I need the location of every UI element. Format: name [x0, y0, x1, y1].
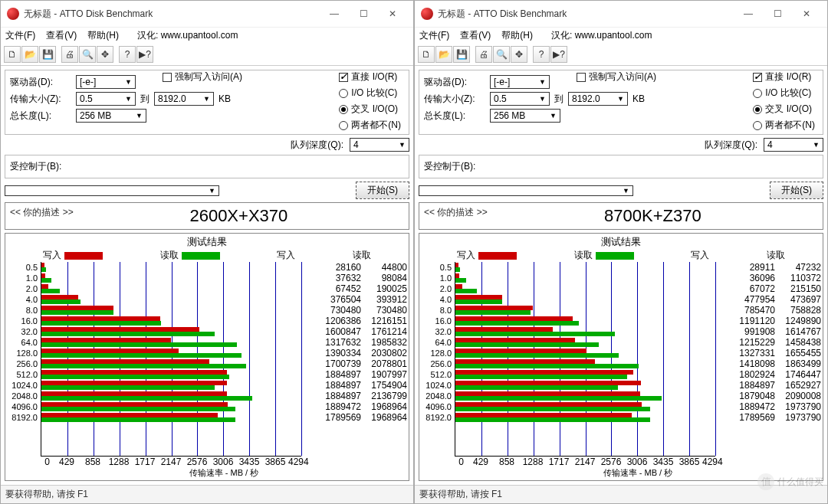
bar-row — [455, 273, 715, 283]
help-icon[interactable]: ? — [119, 46, 136, 63]
preview-icon[interactable]: 🔍 — [493, 46, 510, 63]
y-label: 16.0 — [7, 316, 38, 326]
results-title: 测试结果 — [7, 235, 407, 249]
move-icon[interactable]: ✥ — [97, 46, 113, 63]
minimize-button[interactable]: — — [734, 5, 763, 22]
menu-view[interactable]: 查看(V) — [46, 29, 77, 42]
y-label: 2.0 — [421, 283, 452, 294]
read-bar — [455, 375, 627, 379]
menu-localization: 汉化: www.upantool.com — [137, 29, 238, 42]
force-write-checkbox[interactable]: 强制写入访问(A) — [163, 70, 242, 83]
maximize-button[interactable]: ☐ — [349, 5, 378, 22]
neither-radio[interactable]: 两者都不(N) — [753, 119, 815, 132]
description-box[interactable]: << 你的描述 >> 2600X+X370 — [5, 202, 409, 230]
bar-row — [455, 283, 715, 294]
read-bar — [455, 321, 579, 326]
legend-read: 读取 — [574, 249, 634, 262]
neither-radio[interactable]: 两者都不(N) — [339, 119, 401, 132]
menu-file[interactable]: 文件(F) — [419, 29, 449, 42]
window-title: 无标题 - ATTO Disk Benchmark — [438, 8, 734, 21]
controlled-label: 受控制于(B): — [424, 160, 475, 173]
read-bar — [455, 278, 466, 283]
menu-help[interactable]: 帮助(H) — [501, 29, 533, 42]
open-icon[interactable]: 📂 — [21, 46, 38, 63]
overlapped-io-radio[interactable]: 交叉 I/O(O) — [753, 103, 815, 116]
menubar: 文件(F) 查看(V) 帮助(H) 汉化: www.upantool.com — [415, 28, 827, 44]
open-icon[interactable]: 📂 — [435, 46, 452, 63]
read-bar — [41, 342, 237, 347]
io-compare-radio[interactable]: I/O 比较(C) — [339, 87, 401, 100]
close-button[interactable]: ✕ — [378, 5, 407, 22]
legend-read: 读取 — [160, 249, 220, 262]
y-label: 32.0 — [421, 326, 452, 337]
col-read: 读取 — [767, 249, 785, 262]
app-window: 无标题 - ATTO Disk Benchmark — ☐ ✕ 文件(F) 查看… — [0, 0, 414, 504]
save-icon[interactable]: 💾 — [39, 46, 56, 63]
queue-select[interactable]: 4▼ — [350, 138, 409, 152]
controlled-select[interactable]: ▼ — [419, 185, 633, 196]
value-row: 18790482090008 — [720, 391, 821, 401]
start-button[interactable]: 开始(S) — [356, 182, 409, 199]
xfer-from-select[interactable]: 0.5▼ — [490, 92, 550, 106]
close-button[interactable]: ✕ — [792, 5, 821, 22]
bar-row — [41, 401, 301, 412]
value-row: 12152291458438 — [720, 337, 821, 348]
value-row: 18848972136799 — [306, 391, 407, 401]
description-box[interactable]: << 你的描述 >> 8700K+Z370 — [419, 202, 823, 230]
queue-select[interactable]: 4▼ — [764, 138, 823, 152]
io-compare-radio[interactable]: I/O 比较(C) — [753, 87, 815, 100]
bar-row — [455, 401, 715, 412]
menu-help[interactable]: 帮助(H) — [87, 29, 119, 42]
start-button[interactable]: 开始(S) — [770, 182, 823, 199]
read-bar — [41, 332, 215, 336]
print-icon[interactable]: 🖨 — [475, 46, 492, 63]
help-icon[interactable]: ? — [533, 46, 550, 63]
move-icon[interactable]: ✥ — [511, 46, 527, 63]
results-title: 测试结果 — [421, 235, 821, 249]
read-bar — [455, 310, 531, 315]
bar-row — [41, 283, 301, 294]
read-bar — [41, 364, 246, 368]
watermark: 值 什么值得买 — [757, 473, 823, 490]
value-row: 67452190025 — [306, 283, 407, 294]
controlled-select[interactable]: ▼ — [5, 185, 219, 196]
preview-icon[interactable]: 🔍 — [79, 46, 96, 63]
save-icon[interactable]: 💾 — [453, 46, 470, 63]
direct-io-checkbox[interactable]: 直接 I/O(R) — [753, 70, 815, 83]
bar-row — [455, 305, 715, 316]
drive-select[interactable]: [-e-]▼ — [76, 75, 136, 89]
overlapped-io-radio[interactable]: 交叉 I/O(O) — [339, 103, 401, 116]
xfer-from-select[interactable]: 0.5▼ — [76, 92, 136, 106]
new-icon[interactable]: 🗋 — [418, 46, 435, 63]
len-label: 总长度(L): — [424, 110, 485, 123]
y-label: 8.0 — [421, 305, 452, 316]
minimize-button[interactable]: — — [320, 5, 349, 22]
direct-io-checkbox[interactable]: 直接 I/O(R) — [339, 70, 401, 83]
description-text: 8700K+Z370 — [604, 206, 702, 225]
xfer-to-select[interactable]: 8192.0▼ — [568, 92, 628, 106]
context-help-icon[interactable]: ▶? — [136, 46, 153, 63]
drive-select[interactable]: [-e-]▼ — [490, 75, 550, 89]
menu-file[interactable]: 文件(F) — [5, 29, 35, 42]
titlebar: 无标题 - ATTO Disk Benchmark — ☐ ✕ — [415, 1, 827, 28]
controlled-group: 受控制于(B): — [5, 155, 409, 178]
plot-area — [41, 262, 301, 457]
new-icon[interactable]: 🗋 — [4, 46, 21, 63]
menu-localization: 汉化: www.upantool.com — [551, 29, 652, 42]
print-icon[interactable]: 🖨 — [61, 46, 78, 63]
value-columns: 2891147232360961103726707221515047795447… — [715, 262, 821, 457]
col-write: 写入 — [691, 249, 709, 262]
len-select[interactable]: 256 MB▼ — [76, 109, 146, 123]
len-select[interactable]: 256 MB▼ — [490, 109, 560, 123]
value-row: 36096110372 — [720, 273, 821, 283]
menu-view[interactable]: 查看(V) — [460, 29, 491, 42]
context-help-icon[interactable]: ▶? — [550, 46, 567, 63]
read-bar — [455, 353, 619, 358]
read-bar — [455, 342, 599, 347]
content-area: 驱动器(D): [-e-]▼ 传输大小(Z): 0.5▼ 到 8192.0▼ K… — [415, 66, 827, 485]
y-label: 16.0 — [421, 316, 452, 326]
queue-label: 队列深度(Q): — [705, 139, 757, 152]
maximize-button[interactable]: ☐ — [763, 5, 792, 22]
xfer-to-select[interactable]: 8192.0▼ — [154, 92, 214, 106]
force-write-checkbox[interactable]: 强制写入访问(A) — [577, 70, 656, 83]
